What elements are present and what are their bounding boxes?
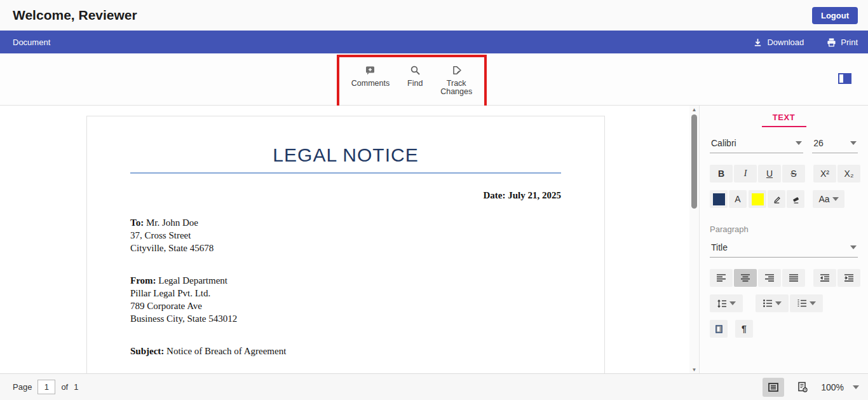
line-spacing-button[interactable]: [710, 294, 743, 312]
track-changes-button[interactable]: TrackChanges: [440, 65, 472, 96]
print-layout-icon: [797, 382, 808, 392]
numbered-list-button[interactable]: [790, 294, 823, 312]
italic-button[interactable]: I: [734, 165, 757, 183]
scrollbar-thumb[interactable]: [691, 114, 697, 209]
chevron-down-icon: [850, 245, 857, 249]
borders-button[interactable]: [710, 320, 728, 338]
chevron-down-icon: [729, 301, 736, 305]
app-header: Welcome, Reviewer Logout: [0, 0, 868, 31]
find-button[interactable]: Find: [401, 65, 429, 88]
font-color-button[interactable]: A: [729, 190, 747, 208]
font-family-value: Calibri: [711, 138, 736, 148]
print-button[interactable]: Print: [827, 38, 858, 47]
misc-row: ¶: [710, 320, 858, 338]
subscript-button[interactable]: X₂: [837, 165, 860, 183]
alignment-row: [710, 269, 858, 287]
bullet-list-button[interactable]: [756, 294, 789, 312]
track-changes-icon: [451, 65, 462, 76]
chevron-down-icon: [775, 301, 782, 305]
decrease-indent-button[interactable]: [813, 269, 836, 287]
print-icon: [827, 38, 836, 47]
document-toolbar: Document Download Print: [0, 31, 868, 53]
chevron-down-icon: [850, 141, 857, 145]
view-controls: 100%: [763, 378, 859, 397]
scroll-up-arrow[interactable]: ▲: [689, 106, 699, 113]
align-center-button[interactable]: [734, 269, 757, 287]
properties-pane-toggle-icon[interactable]: [838, 73, 851, 84]
tab-text[interactable]: TEXT: [773, 113, 796, 126]
document-page[interactable]: LEGAL NOTICE Date: July 21, 2025 To: Mr.…: [86, 116, 605, 373]
status-bar: Page of 1 100%: [0, 373, 868, 400]
zoom-value: 100%: [821, 382, 844, 392]
justify-button[interactable]: [782, 269, 805, 287]
indent-icon: [844, 273, 854, 282]
page-borders-icon: [714, 324, 724, 334]
subject-line: Subject: Notice of Breach of Agreement: [130, 345, 561, 357]
align-right-button[interactable]: [758, 269, 781, 287]
clear-highlight-button[interactable]: [787, 190, 804, 208]
highlight-pen-icon: [772, 195, 782, 204]
comment-add-icon: [365, 65, 376, 76]
page-total: 1: [74, 382, 78, 392]
eraser-icon: [791, 195, 801, 204]
page-label: Page: [13, 382, 32, 392]
vertical-scrollbar[interactable]: ▲ ▼: [689, 106, 699, 373]
toolbar-right-actions: Download Print: [753, 38, 858, 47]
download-icon: [753, 38, 763, 47]
scroll-down-arrow[interactable]: ▼: [689, 366, 699, 373]
paragraph-section-label: Paragraph: [710, 224, 858, 234]
download-button[interactable]: Download: [753, 38, 804, 47]
page-number-input[interactable]: [37, 380, 55, 394]
font-controls-row: Calibri 26: [710, 138, 858, 153]
zoom-dropdown-caret[interactable]: [853, 385, 859, 389]
align-center-icon: [740, 273, 750, 282]
to-address-block: To: Mr. John Doe 37, Cross Street Cityvi…: [130, 216, 561, 254]
font-color-preview: [713, 193, 725, 205]
highlight-color-swatch[interactable]: [749, 190, 766, 208]
font-family-select[interactable]: Calibri: [710, 138, 803, 153]
change-case-button[interactable]: Aa: [813, 190, 844, 208]
superscript-button[interactable]: X²: [813, 165, 836, 183]
logout-button[interactable]: Logout: [812, 7, 858, 24]
title-underline-rule: [130, 172, 561, 174]
align-right-icon: [764, 273, 775, 282]
review-toolbar: Comments Find TrackChanges: [0, 53, 868, 106]
highlight-color-preview: [752, 193, 764, 205]
document-toolbar-title: Document: [13, 38, 50, 47]
print-label: Print: [841, 38, 858, 47]
page-of-label: of: [61, 382, 68, 392]
search-icon: [410, 65, 421, 76]
chevron-down-icon: [832, 197, 839, 201]
list-row: [710, 294, 858, 312]
increase-indent-button[interactable]: [837, 269, 860, 287]
underline-button[interactable]: U: [758, 165, 781, 183]
strikethrough-button[interactable]: S: [782, 165, 805, 183]
paragraph-style-select[interactable]: Title: [710, 242, 858, 258]
justify-icon: [789, 273, 799, 282]
font-style-row: B I U S X² X₂: [710, 165, 858, 183]
web-layout-icon: [768, 382, 779, 392]
web-layout-button[interactable]: [763, 378, 784, 397]
welcome-title: Welcome, Reviewer: [13, 8, 137, 23]
font-color-swatch[interactable]: [710, 190, 728, 208]
highlight-pen-button[interactable]: [768, 190, 785, 208]
align-left-button[interactable]: [710, 269, 733, 287]
print-layout-button[interactable]: [792, 378, 813, 397]
panel-tabs: TEXT: [710, 106, 858, 127]
font-color-row: A Aa: [710, 190, 858, 208]
align-left-icon: [716, 273, 726, 282]
track-changes-label: TrackChanges: [440, 79, 472, 96]
download-label: Download: [767, 38, 804, 47]
tab-active-underline: [762, 126, 806, 127]
bold-button[interactable]: B: [710, 165, 733, 183]
bullet-list-icon: [763, 299, 773, 308]
page-navigation: Page of 1: [13, 380, 78, 394]
font-size-select[interactable]: 26: [812, 138, 858, 153]
chevron-down-icon: [796, 141, 802, 145]
find-label: Find: [407, 79, 423, 88]
from-address-block: From: Legal Department Pillar Legal Pvt.…: [130, 274, 561, 325]
pane-toggle-fill: [843, 74, 850, 83]
show-marks-button[interactable]: ¶: [735, 320, 753, 338]
comments-button[interactable]: Comments: [351, 65, 390, 88]
document-viewer[interactable]: LEGAL NOTICE Date: July 21, 2025 To: Mr.…: [0, 106, 689, 373]
